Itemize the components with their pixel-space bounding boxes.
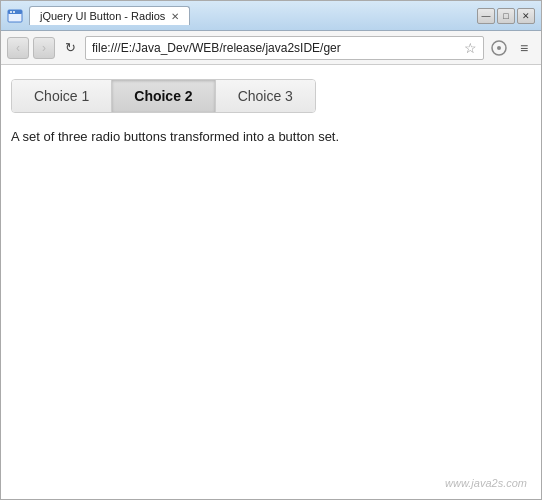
svg-point-3: [13, 11, 15, 13]
address-text: file:///E:/Java_Dev/WEB/release/java2sID…: [92, 41, 460, 55]
choice3-label[interactable]: Choice 3: [216, 80, 315, 112]
back-icon: ‹: [16, 41, 20, 55]
refresh-button[interactable]: ↻: [59, 37, 81, 59]
browser-window: jQuery UI Button - Radios ✕ — □ ✕ ‹ › ↻ …: [0, 0, 542, 500]
window-controls: — □ ✕: [477, 8, 535, 24]
svg-point-5: [497, 46, 501, 50]
maximize-button[interactable]: □: [497, 8, 515, 24]
radio-button-set: Choice 1 Choice 2 Choice 3: [11, 79, 316, 113]
tab-close-button[interactable]: ✕: [171, 11, 179, 22]
address-right-icons: ≡: [488, 37, 535, 59]
description-text: A set of three radio buttons transformed…: [11, 129, 531, 144]
forward-icon: ›: [42, 41, 46, 55]
menu-button[interactable]: ≡: [513, 37, 535, 59]
title-bar: jQuery UI Button - Radios ✕ — □ ✕: [1, 1, 541, 31]
watermark: www.java2s.com: [445, 477, 527, 489]
back-button[interactable]: ‹: [7, 37, 29, 59]
active-tab[interactable]: jQuery UI Button - Radios ✕: [29, 6, 190, 25]
forward-button[interactable]: ›: [33, 37, 55, 59]
address-input-wrap[interactable]: file:///E:/Java_Dev/WEB/release/java2sID…: [85, 36, 484, 60]
browser-icon: [7, 8, 23, 24]
bookmark-star-icon[interactable]: ☆: [464, 40, 477, 56]
tab-title: jQuery UI Button - Radios: [40, 10, 165, 22]
extensions-icon[interactable]: [488, 37, 510, 59]
svg-point-2: [10, 11, 12, 13]
content-area: Choice 1 Choice 2 Choice 3 A set of thre…: [1, 65, 541, 499]
choice2-label[interactable]: Choice 2: [112, 80, 215, 112]
minimize-button[interactable]: —: [477, 8, 495, 24]
close-button[interactable]: ✕: [517, 8, 535, 24]
address-bar: ‹ › ↻ file:///E:/Java_Dev/WEB/release/ja…: [1, 31, 541, 65]
refresh-icon: ↻: [65, 40, 76, 55]
choice1-label[interactable]: Choice 1: [12, 80, 112, 112]
